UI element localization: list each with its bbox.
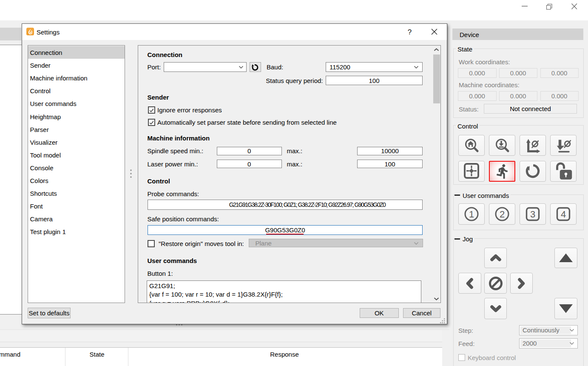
svg-text:1: 1 [469,209,474,220]
svg-text:2: 2 [500,209,505,220]
svg-text:4: 4 [560,209,565,220]
svg-text:3: 3 [530,209,535,220]
